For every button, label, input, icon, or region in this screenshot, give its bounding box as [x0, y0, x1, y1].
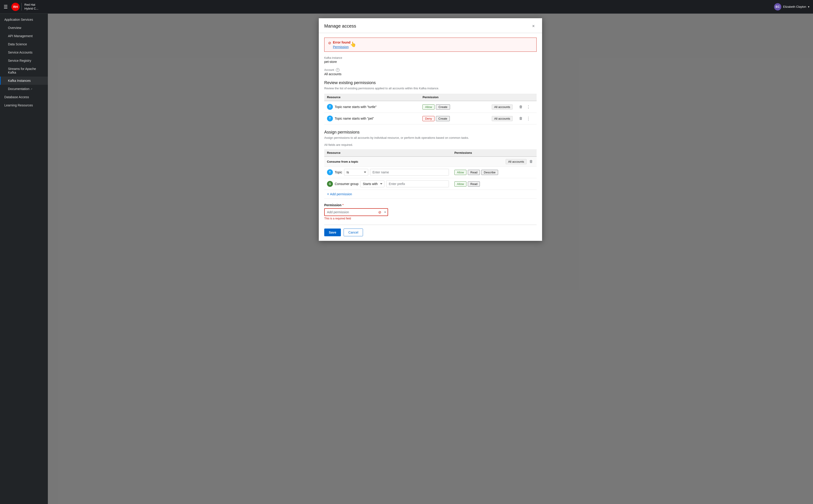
sidebar-item-overview[interactable]: Overview [0, 24, 48, 32]
kafka-instance-value: pet-store [324, 60, 537, 64]
user-name: Elizabeth Clayton [783, 5, 806, 8]
topic-describe-badge: Describe [481, 170, 498, 175]
sidebar-item-database-access[interactable]: Database Access [0, 93, 48, 101]
error-permission-link[interactable]: Permission [333, 45, 349, 49]
sidebar-item-documentation[interactable]: Documentation ↗ [0, 85, 48, 93]
sidebar-item-kafka-instances[interactable]: Kafka Instances [0, 77, 48, 85]
action-cell-1: 🗑 ⋮ [515, 101, 537, 113]
assign-consumer-group-row: G Consumer group Is Starts with Ends wit… [324, 178, 537, 190]
topic-name-input[interactable] [370, 169, 449, 176]
account-badge-1: All accounts [492, 104, 513, 110]
group-read-badge: Read [468, 181, 480, 187]
redhat-logo: RH [11, 3, 20, 11]
assign-account-badge: All accounts [506, 159, 527, 164]
permission-chevron-icon: ▾ [383, 211, 388, 214]
permission-field-error: This is a required field [324, 217, 537, 220]
account-help-icon[interactable]: ? [336, 68, 340, 72]
assign-heading: Assign permissions [324, 130, 537, 135]
menu-icon[interactable]: ☰ [4, 4, 8, 10]
group-prefix-input[interactable] [386, 180, 449, 187]
resource-label-2: Topic name starts with "pet" [335, 117, 374, 120]
table-row: T Topic name starts with "pet" Deny Crea… [324, 113, 537, 124]
modal-close-button[interactable]: × [530, 23, 537, 29]
permission-select[interactable]: Add permission Allow Deny [325, 209, 377, 216]
permission-field-section: Permission * Add permission Allow Deny ⊘… [324, 203, 537, 220]
assign-col-resource: Resource [324, 149, 452, 157]
assign-topic-perm-cell: Allow Read Describe [452, 167, 537, 178]
user-menu-chevron[interactable]: ▾ [808, 5, 809, 8]
required-asterisk: * [342, 203, 343, 207]
account-badge-2: All accounts [492, 116, 513, 121]
brand-text: Red Hat Hybrid C... [21, 3, 38, 11]
modal-title: Manage access [324, 23, 356, 29]
allow-badge-1: Allow [422, 104, 435, 110]
existing-permissions-table: Resource Permission [324, 94, 537, 124]
create-badge-1: Create [436, 104, 450, 110]
kafka-instance-section: Kafka instance pet-store [324, 56, 537, 64]
delete-row-2-button[interactable]: 🗑 [518, 116, 524, 121]
assign-group-badge: G [327, 181, 333, 187]
manage-access-modal: Manage access × ⊘ Error found Permission [319, 18, 542, 241]
sidebar-item-api-management[interactable]: API Management [0, 32, 48, 40]
assign-description: Assign permissions to all accounts by in… [324, 136, 537, 139]
col-permission: Permission [420, 94, 473, 101]
modal-buttons: Save Cancel [324, 225, 537, 236]
account-section: Account ? All accounts [324, 68, 537, 76]
account-cell-2: All accounts [473, 113, 515, 124]
review-description: Review the list of existing permissions … [324, 87, 537, 90]
top-nav: ☰ RH Red Hat Hybrid C... EC Elizabeth Cl… [0, 0, 813, 14]
delete-assign-button[interactable]: 🗑 [528, 159, 534, 165]
kebab-row-1-button[interactable]: ⋮ [525, 103, 531, 110]
add-permission-button[interactable]: + Add permission [327, 192, 352, 196]
assign-topic-label: Topic [335, 170, 342, 174]
account-value: All accounts [324, 72, 537, 76]
create-badge-2: Create [436, 116, 450, 121]
sidebar-item-service-accounts[interactable]: Service Accounts [0, 48, 48, 57]
review-heading: Review existing permissions [324, 80, 537, 85]
cancel-button[interactable]: Cancel [344, 229, 363, 236]
consume-topic-label: Consume from a topic [327, 160, 358, 163]
assign-permissions-table: Resource Permissions Consume from a top [324, 149, 537, 199]
add-permission-row: + Add permission [324, 190, 537, 199]
required-note: All fields are required. [324, 143, 537, 147]
modal-overlay: Manage access × ⊘ Error found Permission [48, 14, 813, 504]
resource-cell-1: T Topic name starts with "turtle" [324, 101, 420, 113]
save-button[interactable]: Save [324, 229, 341, 236]
topic-read-badge: Read [468, 170, 480, 175]
permission-cell-1: Allow Create [420, 101, 473, 113]
brand-logo: RH Red Hat Hybrid C... [11, 3, 38, 11]
error-banner: ⊘ Error found Permission 👆 [324, 38, 537, 52]
consume-label-row: Consume from a topic All accounts 🗑 [324, 157, 537, 167]
assign-topic-resource-cell: T Topic Is Starts with Ends with [324, 167, 452, 178]
resource-label-1: Topic name starts with "turtle" [335, 105, 376, 109]
topic-badge-2: T [327, 116, 333, 121]
topic-allow-badge: Allow [454, 170, 466, 175]
group-filter-select[interactable]: Is Starts with Ends with [360, 180, 384, 187]
resource-cell-2: T Topic name starts with "pet" [324, 113, 420, 124]
assign-topic-row: T Topic Is Starts with Ends with [324, 167, 537, 178]
error-title: Error found [333, 41, 350, 44]
topic-badge-1: T [327, 104, 333, 110]
assign-group-resource-cell: G Consumer group Is Starts with Ends wit… [324, 178, 452, 190]
permission-field-label: Permission [324, 203, 341, 207]
error-content: Error found Permission [333, 41, 350, 49]
group-allow-badge: Allow [454, 181, 466, 187]
sidebar: Application Services Overview API Manage… [0, 14, 48, 504]
assign-group-perm-cell: Allow Read [452, 178, 537, 190]
sidebar-item-streams-kafka[interactable]: Streams for Apache Kafka [0, 65, 48, 77]
sidebar-item-application-services[interactable]: Application Services [0, 15, 48, 24]
plus-icon: + [327, 192, 329, 196]
sidebar-item-learning-resources[interactable]: Learning Resources [0, 101, 48, 109]
modal-body: ⊘ Error found Permission 👆 Kafka instanc… [319, 33, 542, 241]
main-layout: Application Services Overview API Manage… [0, 14, 813, 504]
main-content: Manage access × ⊘ Error found Permission [48, 14, 813, 504]
permission-error-icon: ⊘ [377, 210, 383, 214]
delete-row-1-button[interactable]: 🗑 [518, 104, 524, 110]
topic-filter-select[interactable]: Is Starts with Ends with [344, 169, 368, 176]
user-area: EC Elizabeth Clayton ▾ [774, 3, 809, 10]
sidebar-item-data-science[interactable]: Data Science [0, 40, 48, 48]
sidebar-item-service-registry[interactable]: Service Registry [0, 57, 48, 65]
col-actions [515, 94, 537, 101]
kebab-row-2-button[interactable]: ⋮ [525, 115, 531, 122]
assign-group-label: Consumer group [335, 182, 358, 186]
